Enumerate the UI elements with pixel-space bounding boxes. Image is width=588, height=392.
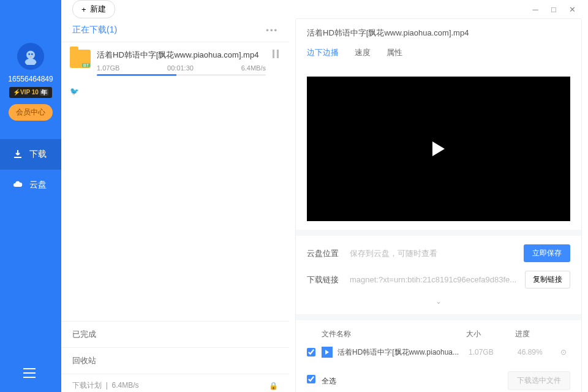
lock-icon[interactable]: 🔒 (269, 382, 278, 390)
maximize-icon[interactable]: □ (549, 4, 559, 14)
download-link-label: 下载链接 (307, 274, 344, 285)
download-selected-button[interactable]: 下载选中文件 (508, 371, 570, 390)
trash-section[interactable]: 回收站 (61, 347, 289, 374)
download-item[interactable]: BT 活着HD韩语中字[飘花www.piaohua.com].mp4 1.07G… (61, 42, 289, 83)
download-size: 1.07GB (97, 64, 119, 72)
vip-badge: ⚡VIP 10年 (9, 87, 52, 98)
cloud-icon (12, 179, 23, 190)
file-name: 活着HD韩语中字[飘花www.piaohua... (337, 347, 469, 358)
svg-point-1 (25, 59, 37, 66)
completed-section[interactable]: 已完成 (61, 321, 289, 347)
download-speed: 6.4MB/s (241, 64, 266, 72)
menu-icon[interactable] (23, 368, 36, 380)
plan-label[interactable]: 下载计划 (72, 381, 102, 390)
minimize-icon[interactable]: ─ (530, 4, 540, 14)
file-progress: 46.89% (518, 348, 560, 356)
tab-speed[interactable]: 速度 (355, 47, 371, 61)
avatar[interactable] (17, 43, 44, 70)
more-icon[interactable]: ••• (266, 26, 278, 35)
play-file-icon[interactable] (322, 347, 333, 358)
cloud-location-value: 保存到云盘，可随时查看 (350, 248, 518, 259)
nav-cloud[interactable]: 云盘 (0, 170, 61, 200)
member-center-button[interactable]: 会员中心 (9, 104, 53, 121)
file-checkbox[interactable] (307, 348, 315, 356)
download-link-value[interactable]: magnet:?xt=urn:btih:21c8191c96ecefa9d83f… (350, 275, 519, 284)
nav-download[interactable]: 下载 (0, 139, 61, 170)
file-row[interactable]: 活着HD韩语中字[飘花www.piaohua... 1.07GB 46.89% … (307, 347, 570, 358)
plan-speed: 6.4MB/s (111, 381, 138, 390)
progress-bar (97, 74, 266, 76)
th-name: 文件名称 (322, 329, 466, 339)
collapse-icon[interactable]: ⌄ (307, 297, 570, 306)
folder-icon: BT (70, 50, 91, 68)
user-id: 16556464849 (8, 75, 53, 83)
th-size: 大小 (466, 329, 515, 339)
svg-rect-5 (277, 50, 279, 58)
play-icon (432, 141, 445, 156)
downloading-header[interactable]: 正在下载(1) (72, 24, 117, 36)
svg-point-3 (31, 53, 33, 55)
pause-icon[interactable] (272, 50, 281, 76)
download-name: 活着HD韩语中字[飘花www.piaohua.com].mp4 (97, 50, 266, 61)
th-progress: 进度 (515, 329, 570, 339)
file-size: 1.07GB (469, 348, 518, 356)
new-button[interactable]: +新建 (72, 0, 115, 18)
plus-icon: + (81, 5, 86, 14)
svg-rect-4 (273, 50, 274, 58)
preview-title: 活着HD韩语中字[飘花www.piaohua.com].mp4 (307, 28, 570, 39)
tab-props[interactable]: 属性 (386, 47, 402, 61)
download-eta: 00:01:30 (167, 64, 194, 72)
cloud-location-label: 云盘位置 (307, 248, 344, 259)
bird-icon: 🐦 (70, 87, 289, 96)
select-all-checkbox[interactable] (307, 375, 315, 383)
svg-point-2 (28, 53, 30, 55)
close-icon[interactable]: ✕ (567, 4, 577, 14)
save-now-button[interactable]: 立即保存 (524, 244, 570, 262)
video-preview[interactable] (307, 77, 570, 221)
svg-point-0 (26, 51, 35, 59)
select-all[interactable]: 全选 (307, 375, 336, 386)
copy-link-button[interactable]: 复制链接 (525, 271, 570, 288)
download-icon (12, 149, 23, 160)
goto-icon[interactable]: ⊙ (560, 348, 570, 356)
tab-play[interactable]: 边下边播 (307, 47, 339, 61)
